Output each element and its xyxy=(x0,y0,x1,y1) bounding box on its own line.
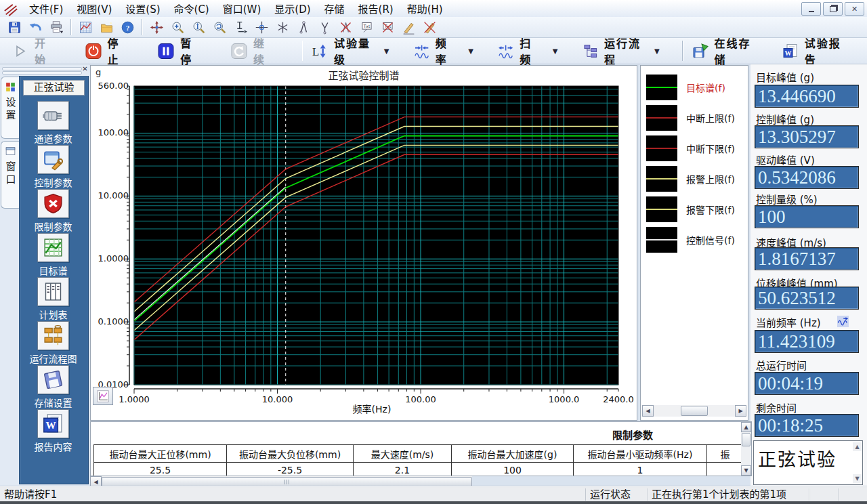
word-report-button[interactable]: W试验报告 xyxy=(777,33,858,69)
close-button[interactable]: ✕ xyxy=(845,2,864,16)
sidebar-item-3[interactable]: 限制参数 xyxy=(20,189,87,233)
sidebar-item-1[interactable]: 通道参数 xyxy=(20,101,87,145)
menu-item-8[interactable]: 报告(R) xyxy=(352,2,400,17)
online-store-button[interactable]: 在线存储 xyxy=(687,33,767,69)
chart-options-button[interactable] xyxy=(93,387,113,405)
scroll-up-icon[interactable]: ▲ xyxy=(853,442,862,451)
menu-item-5[interactable]: 窗口(W) xyxy=(216,2,268,17)
sidebar-grip[interactable] xyxy=(2,66,82,73)
svg-text:?: ? xyxy=(126,23,130,31)
status-state-value: 正在执行第1个计划表的第1项 xyxy=(648,488,809,501)
sidebar-tab-2[interactable]: 窗口 xyxy=(1,141,19,209)
legend-label: 控制信号(f) xyxy=(686,233,735,247)
legend-item-4[interactable]: 报警上限(f) xyxy=(646,166,735,192)
limits-v-scrollbar[interactable]: ▲ ▼ xyxy=(741,422,751,476)
menu-item-7[interactable]: 存储 xyxy=(318,2,352,17)
target-spectrum-icon xyxy=(42,236,64,259)
window-pane-icon xyxy=(5,146,16,157)
button-label: 开 始 xyxy=(35,35,61,67)
freq-button[interactable]: 频 率▼ xyxy=(408,33,483,69)
legend-swatch xyxy=(646,196,677,222)
scroll-left-icon[interactable]: ◀ xyxy=(642,405,654,417)
sidebar-item-5[interactable]: 计划表 xyxy=(20,277,87,321)
menu-item-1[interactable]: 文件(F) xyxy=(22,2,70,17)
scroll-right-icon[interactable]: ▶ xyxy=(735,405,746,417)
schedule-tile[interactable] xyxy=(37,277,69,306)
settings-grid-icon xyxy=(5,81,16,93)
sidebar-item-7[interactable]: 存储设置 xyxy=(20,365,87,409)
menu-item-3[interactable]: 设置(S) xyxy=(119,2,167,17)
readout-value-6: 50.623512 xyxy=(755,287,859,310)
legend-item-1[interactable]: 目标谱(f) xyxy=(646,75,725,100)
play-button[interactable]: 开 始 xyxy=(7,33,70,69)
minimize-button[interactable] xyxy=(801,2,821,16)
stop-button[interactable]: 停 止 xyxy=(80,33,144,69)
toolbar-separator xyxy=(70,19,72,35)
plot-area[interactable] xyxy=(91,66,637,420)
sweep-button[interactable]: 扫 频▼ xyxy=(492,33,567,69)
control-params-tile[interactable] xyxy=(37,145,69,174)
sidebar-tab-1[interactable]: 设置 xyxy=(1,77,19,139)
readout-label-4: 控制量级 (%) xyxy=(756,192,818,206)
sidebar-panel: 正弦试验 通道参数控制参数限制参数目标谱计划表运行流程图存储设置W报告内容 xyxy=(19,76,89,484)
menu-item-2[interactable]: 视图(V) xyxy=(70,2,119,17)
sidebar-item-4[interactable]: 目标谱 xyxy=(20,233,87,277)
limits-title: 限制参数 xyxy=(565,427,700,442)
resume-button[interactable]: 继 续 xyxy=(226,33,289,69)
legend-item-5[interactable]: 报警下限(f) xyxy=(646,196,735,222)
online-store-icon xyxy=(692,42,709,60)
legend-swatch xyxy=(646,105,677,131)
limits-column-header: 振动台最大负位移(mm) xyxy=(227,445,354,463)
limits-column-header: 振动台最大正位移(mm) xyxy=(94,445,227,463)
readout-label-8: 总运行时间 xyxy=(756,358,807,372)
limits-panel: 限制参数 振动台最大正位移(mm)振动台最大负位移(mm)最大速度(m/s)振动… xyxy=(90,421,752,476)
menu-item-9[interactable]: 帮助(H) xyxy=(400,2,450,17)
sidebar-item-8[interactable]: W报告内容 xyxy=(20,409,87,453)
target-spectrum-tile[interactable] xyxy=(37,233,69,262)
scroll-up-icon[interactable]: ▲ xyxy=(741,422,751,432)
chevron-down-icon[interactable]: ▼ xyxy=(384,47,389,55)
sidebar-item-label: 报告内容 xyxy=(20,440,87,453)
legend-swatch xyxy=(646,135,677,161)
readout-value-4: 100 xyxy=(755,205,859,228)
legend-item-2[interactable]: 中断上限(f) xyxy=(646,105,735,131)
flow-icon xyxy=(583,42,599,60)
level-button[interactable]: L试验量级▼ xyxy=(306,33,398,69)
legend-h-scrollbar[interactable]: ◀ ▶ xyxy=(642,405,746,417)
pause-button[interactable]: 暂 停 xyxy=(152,33,216,69)
status-cell-empty xyxy=(839,488,867,501)
scroll-down-icon[interactable]: ▼ xyxy=(853,474,862,483)
chevron-down-icon[interactable]: ▼ xyxy=(553,47,558,55)
restore-button[interactable] xyxy=(823,2,843,16)
sidebar-item-2[interactable]: 控制参数 xyxy=(20,145,87,189)
wave-icon[interactable] xyxy=(837,316,849,327)
flow-button[interactable]: 运行流程▼ xyxy=(577,33,669,69)
legend-item-3[interactable]: 中断下限(f) xyxy=(646,135,735,161)
chevron-down-icon[interactable]: ▼ xyxy=(468,47,473,55)
y-tick-label: 100.00 xyxy=(93,127,129,138)
toolbar-separator xyxy=(302,41,303,61)
legend-panel: 目标谱(f)中断上限(f)中断下限(f)报警上限(f)报警下限(f)控制信号(f… xyxy=(640,65,748,421)
channel-params-tile[interactable] xyxy=(37,101,69,130)
report-content-tile[interactable]: W xyxy=(37,409,69,438)
limit-params-tile[interactable] xyxy=(37,189,69,218)
readout-label-1: 目标峰值 (g) xyxy=(756,70,814,84)
menu-item-6[interactable]: 显示(D) xyxy=(268,2,317,17)
sidebar-item-6[interactable]: 运行流程图 xyxy=(20,321,87,365)
button-label: 继 续 xyxy=(253,35,280,67)
flowchart-tile[interactable] xyxy=(37,321,69,350)
application-window: 文件(F)视图(V)设置(S)命令(C)窗口(W)显示(D)存储报告(R)帮助(… xyxy=(0,0,867,504)
level-icon: L xyxy=(312,42,328,60)
legend-item-6[interactable]: 控制信号(f) xyxy=(646,227,735,253)
sidebar-close-icon[interactable]: ✕ xyxy=(81,66,89,73)
test-name-box[interactable]: 正弦试验 ▲ ▼ xyxy=(753,440,863,485)
sidebar-title: 正弦试验 xyxy=(23,80,85,96)
svg-text:W: W xyxy=(784,49,791,56)
button-label: 暂 停 xyxy=(180,35,207,67)
menu-item-4[interactable]: 命令(C) xyxy=(167,2,216,17)
chevron-down-icon[interactable]: ▼ xyxy=(654,47,660,55)
readout-value-7: 11.423109 xyxy=(755,330,859,353)
storage-settings-tile[interactable] xyxy=(37,365,69,394)
scroll-down-icon[interactable]: ▼ xyxy=(741,465,751,476)
readout-value-3: 0.5342086 xyxy=(755,166,859,189)
